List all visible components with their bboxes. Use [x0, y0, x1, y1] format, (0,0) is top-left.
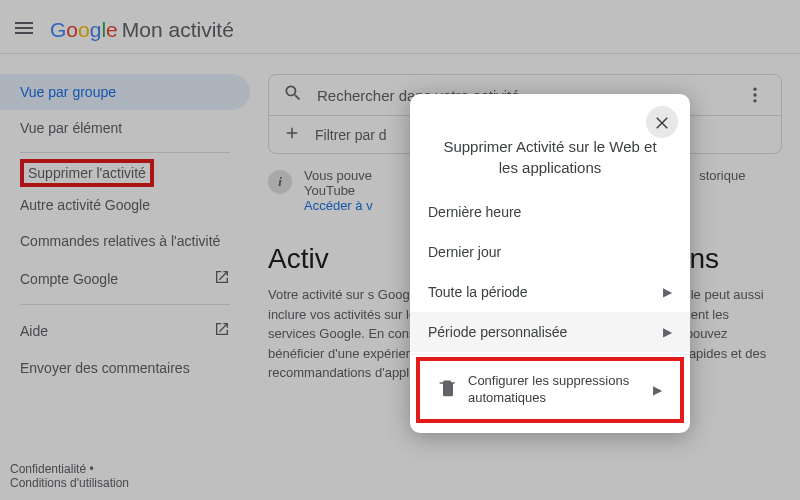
modal-option-custom-range[interactable]: Période personnalisée ▶ — [410, 312, 690, 352]
close-button[interactable] — [646, 106, 678, 138]
modal-option-auto-delete[interactable]: Configurer les suppressions automatiques… — [416, 357, 684, 423]
divider — [410, 354, 690, 355]
modal-option-all-time[interactable]: Toute la période ▶ — [410, 272, 690, 312]
modal-item-label: Dernière heure — [428, 204, 521, 220]
modal-item-label: Dernier jour — [428, 244, 501, 260]
chevron-right-icon: ▶ — [653, 383, 662, 397]
modal-title: Supprimer Activité sur le Web et les app… — [410, 94, 690, 192]
chevron-right-icon: ▶ — [663, 285, 672, 299]
auto-delete-icon — [438, 378, 458, 401]
modal-item-label: Configurer les suppressions automatiques — [468, 373, 643, 407]
modal-item-label: Période personnalisée — [428, 324, 567, 340]
modal-item-label: Toute la période — [428, 284, 528, 300]
delete-modal: Supprimer Activité sur le Web et les app… — [410, 94, 690, 433]
modal-option-last-day[interactable]: Dernier jour — [410, 232, 690, 272]
chevron-right-icon: ▶ — [663, 325, 672, 339]
modal-option-last-hour[interactable]: Dernière heure — [410, 192, 690, 232]
